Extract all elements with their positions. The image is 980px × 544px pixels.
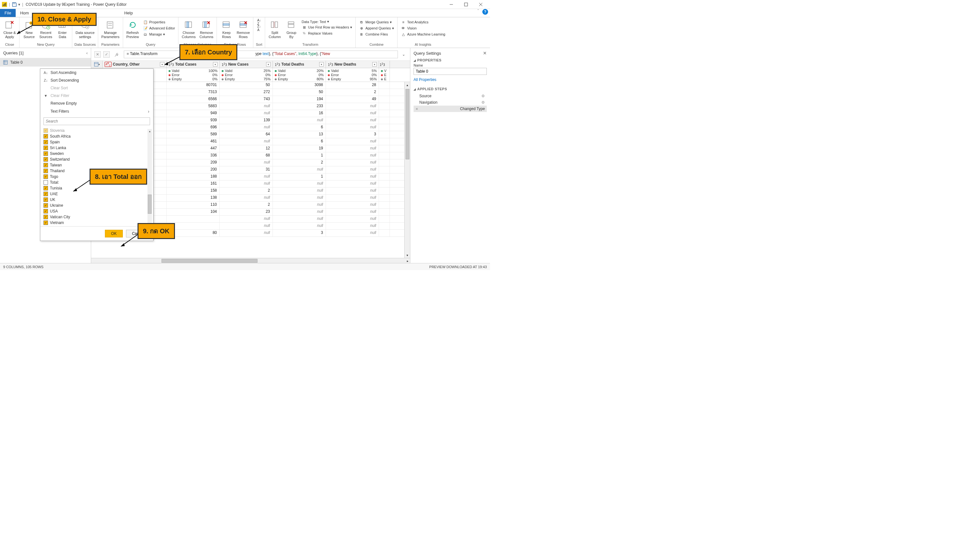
filter-search[interactable]: [43, 117, 150, 125]
checkbox-icon[interactable]: ✓: [43, 140, 48, 144]
fx-icon[interactable]: 𝑓𝑥: [112, 51, 121, 58]
checkbox-icon[interactable]: ✓: [43, 128, 48, 133]
scroll-thumb[interactable]: [406, 89, 409, 160]
text-analytics-button[interactable]: ≡Text Analytics: [399, 19, 447, 25]
filter-item[interactable]: ✓Slovenia: [43, 128, 150, 134]
all-properties-link[interactable]: All Properties: [414, 77, 436, 82]
select-all-button[interactable]: ▾: [91, 61, 103, 68]
column-header-partial[interactable]: 123: [379, 61, 390, 68]
sort-desc-button[interactable]: Z↓A: [255, 25, 263, 31]
checkbox-icon[interactable]: [43, 180, 48, 185]
remove-columns-button[interactable]: Remove Columns: [198, 19, 215, 39]
filter-button[interactable]: ▾: [160, 62, 164, 67]
minimize-button[interactable]: [444, 0, 459, 9]
filter-search-input[interactable]: [43, 117, 150, 125]
save-icon[interactable]: [12, 2, 17, 7]
filter-item[interactable]: ✓Switzerland: [43, 156, 150, 162]
queries-header[interactable]: Queries [1] ‹: [0, 48, 91, 58]
column-header-new-deaths[interactable]: 123 New Deaths ▾: [326, 61, 379, 68]
combine-files-button[interactable]: 🗎Combine Files: [358, 31, 395, 37]
formula-accept-icon[interactable]: ✓: [103, 51, 110, 57]
filter-button[interactable]: ▾: [213, 62, 218, 67]
scroll-down-icon[interactable]: ▾: [405, 252, 410, 258]
filter-item[interactable]: ✓Sweden: [43, 151, 150, 156]
filter-item[interactable]: ✓Tunisia: [43, 185, 150, 191]
checkbox-icon[interactable]: ✓: [43, 145, 48, 150]
menu-home[interactable]: Hom: [16, 9, 33, 17]
checkbox-icon[interactable]: ✓: [43, 215, 48, 219]
menu-file[interactable]: File: [0, 9, 16, 17]
checkbox-icon[interactable]: ✓: [43, 220, 48, 225]
checkbox-icon[interactable]: ✓: [43, 152, 48, 156]
checkbox-icon[interactable]: ✓: [43, 192, 48, 196]
close-button[interactable]: [473, 0, 488, 9]
sort-ascending-item[interactable]: A↓Sort Ascending: [40, 69, 153, 77]
properties-button[interactable]: 📋Properties: [142, 19, 177, 25]
group-by-button[interactable]: Group By: [284, 19, 299, 39]
horizontal-scrollbar[interactable]: ▸: [91, 258, 410, 263]
azure-ml-button[interactable]: △Azure Machine Learning: [399, 31, 447, 37]
applied-step[interactable]: Navigation⚙: [414, 99, 487, 105]
refresh-preview-button[interactable]: Refresh Preview: [125, 19, 140, 39]
checkbox-icon[interactable]: ✓: [43, 198, 48, 202]
applied-steps-section[interactable]: ◢APPLIED STEPS: [414, 87, 487, 91]
choose-columns-button[interactable]: Choose Columns: [180, 19, 197, 39]
sort-asc-button[interactable]: A↓Z: [255, 19, 263, 25]
sort-descending-item[interactable]: Z↓Sort Descending: [40, 77, 153, 84]
help-icon[interactable]: ?: [482, 9, 488, 15]
qat-dropdown[interactable]: ▾: [18, 2, 21, 7]
checkbox-icon[interactable]: ✓: [43, 157, 48, 161]
scroll-thumb[interactable]: [148, 195, 152, 214]
filter-item[interactable]: ✓Sri Lanka: [43, 145, 150, 151]
filter-item[interactable]: ✓UK: [43, 197, 150, 203]
data-type-button[interactable]: Data Type: Text ▾: [300, 19, 353, 24]
manage-button[interactable]: 🗂Manage ▾: [142, 31, 177, 37]
checkbox-icon[interactable]: ✓: [43, 163, 48, 168]
filter-item[interactable]: ✓Spain: [43, 139, 150, 145]
filter-list-scrollbar[interactable]: ▴: [148, 129, 152, 226]
checkbox-icon[interactable]: ✓: [43, 186, 48, 190]
maximize-button[interactable]: [459, 0, 473, 9]
column-header-new-cases[interactable]: 123 New Cases ▾: [220, 61, 273, 68]
filter-item[interactable]: ✓Ukraine: [43, 203, 150, 208]
filter-item[interactable]: ✓Taiwan: [43, 162, 150, 168]
close-apply-button[interactable]: Close & Apply: [2, 19, 17, 39]
scroll-thumb[interactable]: [162, 259, 258, 263]
filter-item[interactable]: ✓South Africa: [43, 134, 150, 139]
append-queries-button[interactable]: ⊕Append Queries ▾: [358, 25, 395, 31]
menu-help[interactable]: Help: [119, 9, 137, 17]
replace-values-button[interactable]: ½Replace Values: [300, 30, 353, 36]
filter-item[interactable]: ✓Vatican City: [43, 214, 150, 220]
manage-parameters-button[interactable]: Manage Parameters: [100, 19, 121, 39]
properties-section[interactable]: ◢PROPERTIES: [414, 58, 487, 62]
text-filters-item[interactable]: Text Filters: [40, 107, 153, 115]
checkbox-icon[interactable]: ✓: [43, 169, 48, 173]
close-settings-icon[interactable]: ✕: [483, 51, 487, 56]
vertical-scrollbar[interactable]: ▴ ▾: [404, 82, 410, 258]
formula-cancel-icon[interactable]: ✕: [94, 51, 101, 57]
remove-rows-button[interactable]: Remove Rows: [235, 19, 251, 39]
ok-button[interactable]: OK: [105, 230, 123, 238]
ribbon-collapse-icon[interactable]: ˆ: [476, 9, 480, 13]
gear-icon[interactable]: ⚙: [481, 94, 485, 98]
vision-button[interactable]: 👁Vision: [399, 25, 447, 31]
filter-button[interactable]: ▾: [319, 62, 324, 67]
filter-button[interactable]: ▾: [372, 62, 377, 67]
checkbox-icon[interactable]: ✓: [43, 209, 48, 214]
query-item-table0[interactable]: Table 0: [0, 58, 91, 67]
filter-item[interactable]: ✓USA: [43, 208, 150, 214]
first-row-headers-button[interactable]: ⊞Use First Row as Headers ▾: [300, 24, 353, 30]
remove-empty-item[interactable]: Remove Empty: [40, 99, 153, 107]
column-header-total-cases[interactable]: 123 Total Cases ▾: [167, 61, 220, 68]
scroll-up-icon[interactable]: ▴: [405, 82, 410, 88]
checkbox-icon[interactable]: ✓: [43, 174, 48, 179]
scroll-right-icon[interactable]: ▸: [405, 258, 410, 263]
applied-step[interactable]: Changed Type: [414, 105, 487, 112]
checkbox-icon[interactable]: ✓: [43, 203, 48, 208]
column-header-total-deaths[interactable]: 123 Total Deaths ▾: [273, 61, 326, 68]
formula-input[interactable]: = Table.Transformxxxxxxxxxxxxxxxxxxxxxxx…: [124, 51, 398, 58]
applied-step[interactable]: Source⚙: [414, 93, 487, 99]
formula-expand-icon[interactable]: ⌄: [401, 51, 407, 57]
checkbox-icon[interactable]: ✓: [43, 134, 48, 139]
filter-button[interactable]: ▾: [266, 62, 270, 67]
